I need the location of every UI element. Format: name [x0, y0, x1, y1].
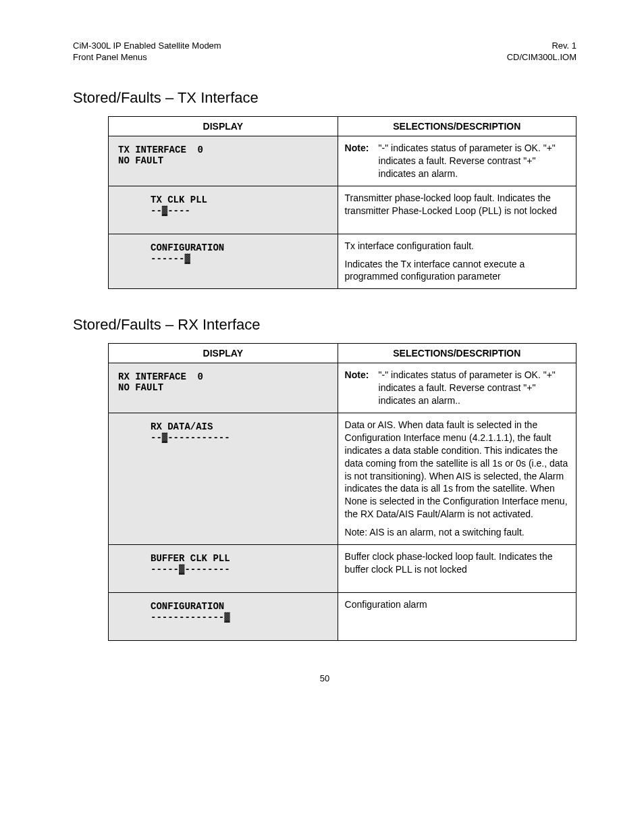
- table-row: RX INTERFACE 0 NO FAULT Note: "-" indica…: [109, 363, 576, 413]
- table-row: CONFIGURATION -------------▓ Configurati…: [109, 593, 576, 641]
- col-header-desc: SELECTIONS/DESCRIPTION: [338, 117, 576, 136]
- display-text: RX INTERFACE 0: [118, 371, 328, 382]
- table-row: TX CLK PLL --▓---- Transmitter phase-loc…: [109, 186, 576, 234]
- col-header-display: DISPLAY: [109, 117, 338, 136]
- table-row: CONFIGURATION ------▓ Tx interface confi…: [109, 234, 576, 289]
- display-text: NO FAULT: [118, 155, 328, 166]
- note-label: Note:: [345, 369, 379, 407]
- display-text: -------------▓: [151, 612, 328, 623]
- desc-text: Note: AIS is an alarm, not a switching f…: [345, 526, 569, 539]
- desc-text: Buffer clock phase-locked loop fault. In…: [345, 550, 569, 576]
- display-text: CONFIGURATION: [151, 601, 328, 612]
- section-title-rx: Stored/Faults – RX Interface: [73, 316, 576, 334]
- rx-interface-table: DISPLAY SELECTIONS/DESCRIPTION RX INTERF…: [108, 343, 576, 641]
- note-label: Note:: [345, 142, 379, 180]
- note-body: "-" indicates status of parameter is OK.…: [379, 369, 569, 407]
- header-left-line2: Front Panel Menus: [73, 52, 147, 62]
- col-header-display: DISPLAY: [109, 344, 338, 363]
- desc-text: Indicates the Tx interface cannot execut…: [345, 258, 569, 284]
- desc-text: Data or AIS. When data fault is selected…: [345, 419, 569, 521]
- table-row: RX DATA/AIS --▓----------- Data or AIS. …: [109, 413, 576, 545]
- display-text: BUFFER CLK PLL: [151, 553, 328, 564]
- section-title-tx: Stored/Faults – TX Interface: [73, 89, 576, 107]
- col-header-desc: SELECTIONS/DESCRIPTION: [338, 344, 576, 363]
- header-left-line1: CiM-300L IP Enabled Satellite Modem: [73, 41, 221, 51]
- desc-text: Transmitter phase-locked loop fault. Ind…: [345, 192, 569, 217]
- display-text: RX DATA/AIS: [151, 421, 328, 432]
- display-text: --▓----: [151, 205, 328, 216]
- display-text: ------▓: [151, 253, 328, 264]
- page-number: 50: [73, 673, 576, 683]
- display-text: NO FAULT: [118, 382, 328, 393]
- page-header: CiM-300L IP Enabled Satellite Modem Rev.…: [73, 41, 576, 62]
- tx-interface-table: DISPLAY SELECTIONS/DESCRIPTION TX INTERF…: [108, 116, 576, 289]
- display-text: TX CLK PLL: [151, 194, 328, 205]
- header-right-line2: CD/CIM300L.IOM: [507, 52, 576, 62]
- desc-text: Tx interface configuration fault.: [345, 240, 569, 253]
- display-text: --▓-----------: [151, 432, 328, 443]
- desc-text: Configuration alarm: [345, 598, 569, 611]
- table-row: TX INTERFACE 0 NO FAULT Note: "-" indica…: [109, 136, 576, 186]
- display-text: CONFIGURATION: [151, 242, 328, 253]
- table-row: BUFFER CLK PLL -----▓-------- Buffer clo…: [109, 545, 576, 593]
- note-body: "-" indicates status of parameter is OK.…: [379, 142, 569, 180]
- display-text: -----▓--------: [151, 564, 328, 575]
- header-right-line1: Rev. 1: [552, 41, 576, 51]
- display-text: TX INTERFACE 0: [118, 145, 328, 155]
